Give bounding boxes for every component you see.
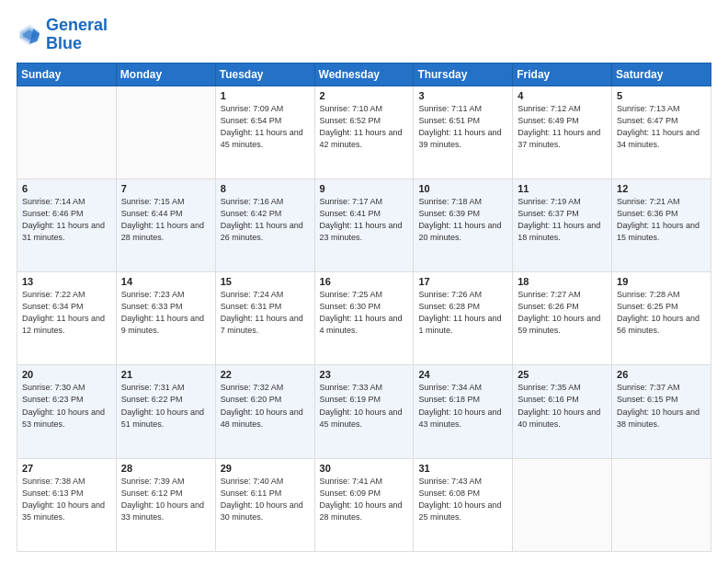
calendar-cell: 2Sunrise: 7:10 AMSunset: 6:52 PMDaylight…: [314, 86, 414, 178]
cell-info: Sunrise: 7:41 AMSunset: 6:09 PMDaylight:…: [320, 476, 409, 523]
day-number: 14: [121, 276, 210, 287]
day-number: 6: [22, 183, 111, 194]
cell-info: Sunrise: 7:21 AMSunset: 6:36 PMDaylight:…: [617, 196, 706, 244]
cell-info: Sunrise: 7:34 AMSunset: 6:18 PMDaylight:…: [418, 382, 507, 430]
calendar-cell: 1Sunrise: 7:09 AMSunset: 6:54 PMDaylight…: [215, 86, 314, 178]
day-number: 1: [221, 90, 310, 101]
calendar-cell: 26Sunrise: 7:37 AMSunset: 6:15 PMDayligh…: [612, 365, 711, 458]
cell-info: Sunrise: 7:28 AMSunset: 6:25 PMDaylight:…: [617, 289, 706, 337]
weekday-header: Sunday: [17, 63, 117, 86]
calendar-cell: 28Sunrise: 7:39 AMSunset: 6:12 PMDayligh…: [116, 458, 215, 551]
calendar-cell: 9Sunrise: 7:17 AMSunset: 6:41 PMDaylight…: [314, 178, 414, 271]
calendar-cell: 23Sunrise: 7:33 AMSunset: 6:19 PMDayligh…: [314, 365, 414, 458]
calendar-cell: 29Sunrise: 7:40 AMSunset: 6:11 PMDayligh…: [215, 458, 314, 551]
day-number: 5: [617, 90, 706, 101]
cell-info: Sunrise: 7:14 AMSunset: 6:46 PMDaylight:…: [22, 196, 111, 244]
calendar-cell: 3Sunrise: 7:11 AMSunset: 6:51 PMDaylight…: [414, 86, 513, 178]
day-number: 31: [418, 463, 507, 474]
calendar-cell: 10Sunrise: 7:18 AMSunset: 6:39 PMDayligh…: [414, 178, 513, 271]
cell-info: Sunrise: 7:33 AMSunset: 6:19 PMDaylight:…: [320, 382, 409, 430]
calendar-cell: 16Sunrise: 7:25 AMSunset: 6:30 PMDayligh…: [314, 272, 414, 365]
day-number: 2: [320, 90, 409, 101]
cell-info: Sunrise: 7:25 AMSunset: 6:30 PMDaylight:…: [320, 289, 409, 337]
day-number: 9: [320, 183, 409, 194]
calendar-cell: 21Sunrise: 7:31 AMSunset: 6:22 PMDayligh…: [116, 365, 215, 458]
calendar-table: SundayMondayTuesdayWednesdayThursdayFrid…: [17, 63, 711, 552]
calendar-cell: 13Sunrise: 7:22 AMSunset: 6:34 PMDayligh…: [17, 272, 117, 365]
day-number: 19: [617, 276, 706, 287]
day-number: 16: [320, 276, 409, 287]
calendar-week-row: 13Sunrise: 7:22 AMSunset: 6:34 PMDayligh…: [17, 272, 711, 365]
cell-info: Sunrise: 7:10 AMSunset: 6:52 PMDaylight:…: [320, 103, 409, 151]
calendar-cell: 27Sunrise: 7:38 AMSunset: 6:13 PMDayligh…: [17, 458, 117, 551]
logo-icon: [17, 22, 42, 48]
day-number: 24: [418, 369, 507, 380]
day-number: 30: [320, 463, 409, 474]
cell-info: Sunrise: 7:09 AMSunset: 6:54 PMDaylight:…: [221, 103, 310, 151]
cell-info: Sunrise: 7:19 AMSunset: 6:37 PMDaylight:…: [518, 196, 607, 244]
weekday-header: Wednesday: [314, 63, 414, 86]
calendar-cell: 4Sunrise: 7:12 AMSunset: 6:49 PMDaylight…: [513, 86, 612, 178]
calendar-cell: [513, 458, 612, 551]
day-number: 3: [418, 90, 507, 101]
day-number: 27: [22, 463, 111, 474]
calendar-cell: 17Sunrise: 7:26 AMSunset: 6:28 PMDayligh…: [414, 272, 513, 365]
calendar-cell: 15Sunrise: 7:24 AMSunset: 6:31 PMDayligh…: [215, 272, 314, 365]
cell-info: Sunrise: 7:39 AMSunset: 6:12 PMDaylight:…: [121, 476, 210, 523]
calendar-cell: 8Sunrise: 7:16 AMSunset: 6:42 PMDaylight…: [215, 178, 314, 271]
calendar-cell: 12Sunrise: 7:21 AMSunset: 6:36 PMDayligh…: [612, 178, 711, 271]
cell-info: Sunrise: 7:37 AMSunset: 6:15 PMDaylight:…: [617, 382, 706, 430]
weekday-header: Thursday: [414, 63, 513, 86]
day-number: 20: [22, 369, 111, 380]
calendar-cell: 7Sunrise: 7:15 AMSunset: 6:44 PMDaylight…: [116, 178, 215, 271]
day-number: 13: [22, 276, 111, 287]
page: General Blue SundayMondayTuesdayWednesda…: [0, 0, 728, 563]
cell-info: Sunrise: 7:17 AMSunset: 6:41 PMDaylight:…: [320, 196, 409, 244]
cell-info: Sunrise: 7:38 AMSunset: 6:13 PMDaylight:…: [22, 476, 111, 523]
cell-info: Sunrise: 7:43 AMSunset: 6:08 PMDaylight:…: [418, 476, 507, 523]
day-number: 12: [617, 183, 706, 194]
day-number: 8: [221, 183, 310, 194]
calendar-cell: 19Sunrise: 7:28 AMSunset: 6:25 PMDayligh…: [612, 272, 711, 365]
calendar-cell: 25Sunrise: 7:35 AMSunset: 6:16 PMDayligh…: [513, 365, 612, 458]
cell-info: Sunrise: 7:31 AMSunset: 6:22 PMDaylight:…: [121, 382, 210, 430]
calendar-cell: [17, 86, 117, 178]
day-number: 21: [121, 369, 210, 380]
day-number: 15: [221, 276, 310, 287]
weekday-header: Tuesday: [215, 63, 314, 86]
day-number: 10: [418, 183, 507, 194]
calendar-cell: [612, 458, 711, 551]
calendar-week-row: 6Sunrise: 7:14 AMSunset: 6:46 PMDaylight…: [17, 178, 711, 271]
calendar-week-row: 20Sunrise: 7:30 AMSunset: 6:23 PMDayligh…: [17, 365, 711, 458]
calendar-cell: 5Sunrise: 7:13 AMSunset: 6:47 PMDaylight…: [612, 86, 711, 178]
calendar-cell: 24Sunrise: 7:34 AMSunset: 6:18 PMDayligh…: [414, 365, 513, 458]
calendar-cell: 11Sunrise: 7:19 AMSunset: 6:37 PMDayligh…: [513, 178, 612, 271]
logo: General Blue: [17, 17, 108, 53]
day-number: 22: [221, 369, 310, 380]
header: General Blue: [17, 17, 711, 53]
calendar-header-row: SundayMondayTuesdayWednesdayThursdayFrid…: [17, 63, 711, 86]
calendar-cell: 6Sunrise: 7:14 AMSunset: 6:46 PMDaylight…: [17, 178, 117, 271]
calendar-cell: 14Sunrise: 7:23 AMSunset: 6:33 PMDayligh…: [116, 272, 215, 365]
cell-info: Sunrise: 7:24 AMSunset: 6:31 PMDaylight:…: [221, 289, 310, 337]
weekday-header: Saturday: [612, 63, 711, 86]
calendar-week-row: 27Sunrise: 7:38 AMSunset: 6:13 PMDayligh…: [17, 458, 711, 551]
calendar-week-row: 1Sunrise: 7:09 AMSunset: 6:54 PMDaylight…: [17, 86, 711, 178]
calendar-cell: 31Sunrise: 7:43 AMSunset: 6:08 PMDayligh…: [414, 458, 513, 551]
cell-info: Sunrise: 7:32 AMSunset: 6:20 PMDaylight:…: [221, 382, 310, 430]
day-number: 11: [518, 183, 607, 194]
calendar-cell: 18Sunrise: 7:27 AMSunset: 6:26 PMDayligh…: [513, 272, 612, 365]
cell-info: Sunrise: 7:30 AMSunset: 6:23 PMDaylight:…: [22, 382, 111, 430]
day-number: 18: [518, 276, 607, 287]
calendar-cell: [116, 86, 215, 178]
day-number: 28: [121, 463, 210, 474]
cell-info: Sunrise: 7:26 AMSunset: 6:28 PMDaylight:…: [418, 289, 507, 337]
calendar-cell: 30Sunrise: 7:41 AMSunset: 6:09 PMDayligh…: [314, 458, 414, 551]
day-number: 29: [221, 463, 310, 474]
calendar-cell: 20Sunrise: 7:30 AMSunset: 6:23 PMDayligh…: [17, 365, 117, 458]
day-number: 17: [418, 276, 507, 287]
cell-info: Sunrise: 7:11 AMSunset: 6:51 PMDaylight:…: [418, 103, 507, 151]
day-number: 23: [320, 369, 409, 380]
weekday-header: Monday: [116, 63, 215, 86]
cell-info: Sunrise: 7:22 AMSunset: 6:34 PMDaylight:…: [22, 289, 111, 337]
